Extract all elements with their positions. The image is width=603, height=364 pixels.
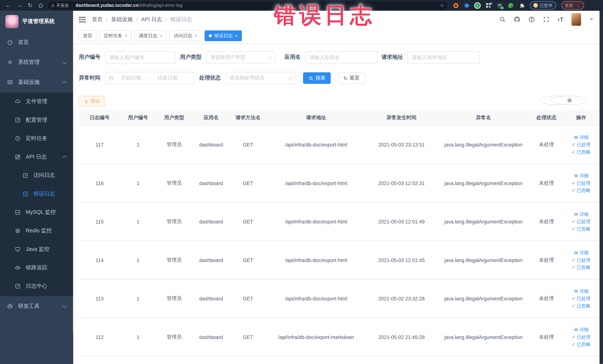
action-detail[interactable]: 详细 [574, 288, 589, 294]
gear-icon [7, 59, 13, 65]
action-detail[interactable]: 详细 [574, 211, 589, 217]
action-detail[interactable]: 详细 [574, 134, 589, 140]
active-dot [209, 34, 212, 37]
date-range-picker[interactable]: 开始日期 - 结束日期 [105, 72, 194, 84]
bookmark-star-icon[interactable]: ☆ [440, 3, 444, 8]
avatar[interactable] [571, 13, 581, 26]
menu-dots-icon[interactable]: ⋮ [576, 3, 580, 8]
action-ignored[interactable]: ✓已忽略 [572, 149, 591, 155]
action-ignored[interactable]: ✓已忽略 [572, 188, 591, 193]
table-row: 1141管理员dashboardGET/api/infra/db-doc/exp… [79, 241, 599, 280]
tab-job[interactable]: 定时任务× [100, 30, 131, 41]
action-processed[interactable]: ✓已处理 [572, 295, 591, 301]
sidebar-item-infra[interactable]: 基础设施 [0, 72, 73, 92]
action-detail[interactable]: 详细 [574, 250, 589, 256]
sidebar-item-devtools[interactable]: 研发工具 [0, 296, 73, 316]
cell-exception-time: 2021-05-02 23:32:28 [366, 295, 437, 301]
tab-access-log[interactable]: 访问日志× [170, 30, 201, 41]
log-edit-icon [22, 172, 28, 178]
extension-on-icon[interactable]: on [497, 3, 502, 8]
cell-exception-time: 2021-05-03 12:02:31 [366, 180, 437, 186]
action-processed[interactable]: ✓已处理 [572, 334, 591, 340]
action-detail[interactable]: 详细 [574, 327, 589, 332]
action-processed[interactable]: ✓已处理 [572, 257, 591, 263]
cell-request-method: GET [230, 295, 267, 301]
sidebar-item-file[interactable]: 文件管理 [0, 92, 73, 111]
col-process-status: 处理状态 [530, 114, 564, 121]
action-ignored[interactable]: ✓已忽略 [572, 303, 591, 309]
close-icon[interactable]: × [125, 33, 127, 38]
back-button[interactable]: ← [5, 0, 11, 11]
filter-label-user-type: 用户类型 [180, 54, 202, 61]
extension-green-icon[interactable]: y [475, 3, 480, 8]
action-detail[interactable]: 详细 [574, 173, 589, 179]
breadcrumb-api-log[interactable]: API 日志 [141, 16, 162, 23]
github-icon[interactable] [514, 16, 520, 23]
fullscreen-icon[interactable] [543, 16, 549, 23]
search-button[interactable]: 搜索 [303, 72, 331, 84]
paused-chip[interactable]: 已暂停 [530, 1, 556, 10]
table-row: 1151管理员dashboardGET/api/infra/db-doc/exp… [79, 203, 599, 241]
help-icon[interactable] [528, 16, 535, 23]
action-processed[interactable]: ✓已处理 [572, 180, 591, 186]
tab-error-log[interactable]: 错误日志× [205, 30, 242, 41]
action-ignored[interactable]: ✓已忽略 [572, 226, 591, 232]
forward-button[interactable]: → [16, 0, 22, 11]
search-icon[interactable] [499, 16, 506, 23]
sidebar-item-config[interactable]: 配置管理 [0, 111, 73, 129]
breadcrumb-home[interactable]: 首页 [92, 16, 103, 23]
breadcrumb-infra[interactable]: 基础设施 [111, 16, 133, 23]
action-ignored[interactable]: ✓已忽略 [572, 264, 591, 270]
user-id-input[interactable] [105, 51, 175, 63]
security-badge[interactable]: ⚠ 不安全 [51, 2, 69, 8]
cell-request-url: /api/infra/db-doc/export-markdown [267, 334, 366, 340]
cell-user-type: 管理员 [156, 141, 193, 148]
sidebar-item-log-center[interactable]: 日志中心 [0, 277, 73, 295]
cell-exception-time: 2021-05-03 23:13:51 [366, 142, 437, 147]
close-icon[interactable]: × [195, 33, 197, 38]
extension-plant-icon[interactable] [508, 3, 513, 8]
table-toolbar: 导出 [79, 96, 600, 107]
collapse-sidebar-icon[interactable] [79, 17, 86, 22]
tab-job-log[interactable]: 调度日志× [135, 30, 166, 41]
breadcrumb: 首页 / 基础设施 / API 日志 / 错误日志 [92, 16, 192, 23]
reload-button[interactable]: ↻ [28, 0, 33, 11]
request-url-input[interactable] [408, 51, 480, 63]
user-type-select[interactable]: 请选择用户类型 [206, 51, 275, 63]
process-status-select[interactable]: 请选择处理状态 [225, 72, 296, 84]
header-actions: TT [499, 13, 593, 26]
reset-button[interactable]: ↻ 重置 [338, 72, 365, 84]
cell-user-id: 1 [120, 180, 156, 186]
update-chip[interactable]: 更新 ⋮ [561, 1, 584, 10]
column-settings-button[interactable] [551, 96, 588, 105]
tab-home[interactable]: 首页 [79, 30, 96, 41]
cell-actions: 详细✓已处理✓已忽略 [563, 173, 599, 193]
sidebar-item-access-log[interactable]: 访问日志 [0, 166, 73, 185]
sidebar-item-error-log[interactable]: 错误日志 [0, 185, 73, 203]
export-button[interactable]: 导出 [79, 96, 105, 107]
close-icon[interactable]: × [160, 33, 162, 38]
extension-grid-icon[interactable] [486, 3, 491, 8]
sidebar-item-java[interactable]: Java 监控 [0, 240, 73, 259]
extensions-puzzle-icon[interactable] [519, 3, 524, 8]
font-size-icon[interactable]: TT [557, 16, 564, 22]
extension-orange-icon[interactable] [453, 3, 458, 8]
sidebar-item-home[interactable]: 首页 [0, 32, 73, 52]
sidebar-item-mysql[interactable]: MySQL 监控 [0, 203, 73, 222]
sidebar-item-system[interactable]: 系统管理 [0, 52, 73, 72]
sidebar-item-redis[interactable]: Redis 监控 [0, 222, 73, 240]
close-icon[interactable]: × [235, 33, 238, 38]
address-bar[interactable]: ⚠ 不安全 dashboard.yudao.iocoder.cn/infra/l… [48, 1, 447, 10]
home-button[interactable] [38, 3, 43, 8]
sidebar-item-trace[interactable]: 链路追踪 [0, 258, 73, 277]
action-processed[interactable]: ✓已处理 [572, 142, 591, 147]
sidebar-item-api-log[interactable]: API 日志 [0, 148, 73, 166]
sidebar-item-job[interactable]: 定时任务 [0, 129, 73, 148]
action-ignored[interactable]: ✓已忽略 [572, 341, 591, 347]
extension-blue-icon[interactable] [464, 2, 470, 8]
action-processed[interactable]: ✓已处理 [572, 219, 591, 224]
app-logo-row[interactable]: 芋道管理系统 [0, 11, 73, 32]
app-name-input[interactable] [305, 51, 378, 63]
avatar-caret-icon[interactable] [590, 19, 593, 20]
download-icon [84, 99, 89, 104]
